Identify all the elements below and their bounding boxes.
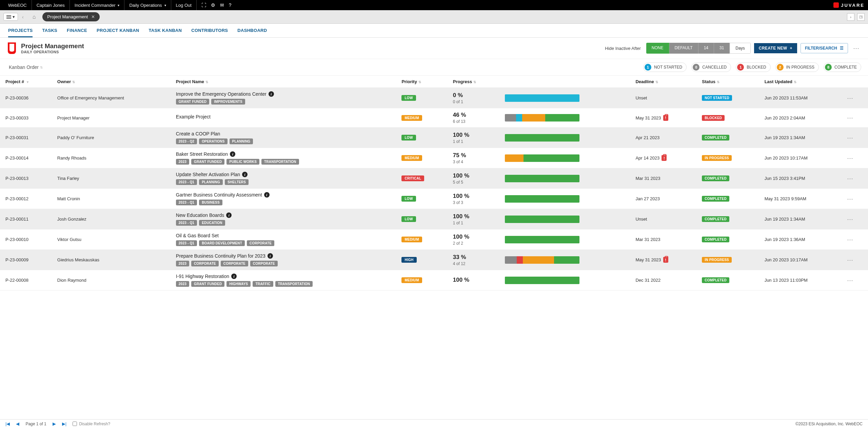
col-deadline[interactable]: Deadline⇅: [630, 76, 696, 88]
cell-updated: Jun 20 2023 11:53AM: [759, 88, 842, 108]
gear-icon[interactable]: ⚙: [211, 2, 215, 8]
popout-icon[interactable]: ◳: [857, 13, 865, 21]
seg-days[interactable]: Days: [730, 43, 750, 54]
tag: GRANT FUNDED: [191, 159, 224, 165]
status-pill[interactable]: 2IN PROGRESS: [775, 62, 819, 72]
nav-forward[interactable]: ›: [847, 13, 854, 21]
nav-back[interactable]: ‹: [20, 14, 26, 20]
menu-button[interactable]: ▾: [3, 13, 18, 21]
tab-project-kanban[interactable]: PROJECT KANBAN: [97, 28, 139, 37]
app-name[interactable]: WebEOC: [3, 0, 32, 10]
context-dropdown[interactable]: Daily Operations: [124, 0, 171, 10]
tag: CORPORATE: [191, 261, 219, 266]
tab-title: Project Management: [47, 14, 88, 19]
table-row[interactable]: P-23-00010 Viktor Gutsu Oil & Gas Board …: [0, 229, 868, 250]
tab-chip[interactable]: Project Management ✕: [42, 12, 100, 21]
user-name[interactable]: Captain Jones: [32, 0, 70, 10]
pill-count: 1: [737, 64, 744, 71]
cell-deadline: May 31 2023!: [630, 108, 696, 128]
cell-updated: Jun 20 2023 10:17AM: [759, 250, 842, 270]
seg-31[interactable]: 31: [714, 43, 730, 54]
cell-actions: ⋯: [842, 209, 868, 229]
col-owner[interactable]: Owner⇅: [52, 76, 171, 88]
table-wrap[interactable]: Project # ▾ Owner⇅ Project Name⇅ Priorit…: [0, 76, 868, 415]
tab-finance[interactable]: FINANCE: [67, 28, 87, 37]
pill-count: 8: [825, 64, 832, 71]
cell-owner: Project Manager: [52, 108, 171, 128]
fullscreen-icon[interactable]: ⛶: [201, 2, 206, 8]
header-more-icon[interactable]: ⋯: [851, 44, 861, 52]
table-row[interactable]: P-23-00012 Matt Cronin Gartner Business …: [0, 189, 868, 209]
status-pill[interactable]: 1BLOCKED: [736, 62, 770, 72]
cell-id: P-23-00011: [0, 209, 52, 229]
logout-link[interactable]: Log Out: [171, 0, 197, 10]
col-project-num[interactable]: Project # ▾: [0, 76, 52, 88]
cell-deadline: Apr 14 2023!: [630, 148, 696, 168]
tab-projects[interactable]: PROJECTS: [8, 28, 33, 37]
table-row[interactable]: P-23-00036 Office of Emergency Managemen…: [0, 88, 868, 108]
inbox-icon[interactable]: ✉: [220, 2, 224, 8]
filter-search-button[interactable]: FILTER/SEARCH☰: [801, 43, 848, 53]
row-more-icon[interactable]: ⋯: [847, 134, 853, 141]
col-status[interactable]: Status⇅: [696, 76, 759, 88]
tab-tasks[interactable]: TASKS: [42, 28, 57, 37]
status-pill[interactable]: 8COMPLETE: [824, 62, 861, 72]
kanban-order[interactable]: Kanban Order⇅: [9, 64, 43, 70]
row-more-icon[interactable]: ⋯: [847, 114, 853, 121]
row-more-icon[interactable]: ⋯: [847, 155, 853, 162]
table-row[interactable]: P-23-00033 Project Manager Example Proje…: [0, 108, 868, 128]
cell-progress: 100 %5 of 5: [448, 168, 499, 189]
row-more-icon[interactable]: ⋯: [847, 257, 853, 263]
info-icon[interactable]: i: [268, 253, 273, 259]
col-progress[interactable]: Progress⇅: [448, 76, 499, 88]
info-icon[interactable]: i: [269, 91, 274, 97]
tab-task-kanban[interactable]: TASK KANBAN: [149, 28, 182, 37]
info-icon[interactable]: i: [264, 192, 270, 198]
home-icon[interactable]: ⌂: [28, 14, 41, 20]
table-row[interactable]: P-23-00011 Josh Gonzalez New Education B…: [0, 209, 868, 229]
table-row[interactable]: P-23-00031 Paddy O' Furniture Create a C…: [0, 128, 868, 148]
status-pill[interactable]: 1NOT STARTED: [643, 62, 687, 72]
row-more-icon[interactable]: ⋯: [847, 216, 853, 223]
table-row[interactable]: P-23-00013 Tina Farley Update Shelter Ac…: [0, 168, 868, 189]
info-icon[interactable]: i: [226, 212, 232, 218]
table-row[interactable]: P-23-00014 Randy Rhoads Baker Street Res…: [0, 148, 868, 168]
cell-priority: LOW: [396, 209, 447, 229]
role-dropdown[interactable]: Incident Commander: [70, 0, 125, 10]
info-icon[interactable]: i: [242, 172, 248, 177]
help-icon[interactable]: ?: [229, 2, 232, 8]
tab-contributors[interactable]: CONTRIBUTORS: [191, 28, 228, 37]
hide-inactive-segments: NONE DEFAULT 14 31 Days: [646, 43, 751, 54]
row-more-icon[interactable]: ⋯: [847, 175, 853, 182]
row-more-icon[interactable]: ⋯: [847, 277, 853, 284]
tag: GRANT FUNDED: [176, 99, 209, 105]
tag: SHELTERS: [225, 179, 249, 185]
tab-dashboard[interactable]: DASHBOARD: [237, 28, 267, 37]
create-new-button[interactable]: CREATE NEW+: [754, 43, 797, 53]
seg-14[interactable]: 14: [698, 43, 714, 54]
seg-none[interactable]: NONE: [646, 43, 669, 54]
col-project-name[interactable]: Project Name⇅: [171, 76, 396, 88]
close-tab-icon[interactable]: ✕: [91, 14, 95, 19]
row-more-icon[interactable]: ⋯: [847, 236, 853, 243]
info-icon[interactable]: i: [230, 151, 235, 157]
cell-id: P-23-00014: [0, 148, 52, 168]
cell-bar: [499, 209, 630, 229]
cell-updated: Jun 15 2023 3:41PM: [759, 168, 842, 189]
row-more-icon[interactable]: ⋯: [847, 196, 853, 202]
priority-badge: HIGH: [401, 257, 416, 263]
col-priority[interactable]: Priority⇅: [396, 76, 447, 88]
cell-id: P-23-00009: [0, 250, 52, 270]
row-more-icon[interactable]: ⋯: [847, 95, 853, 101]
status-pill[interactable]: 0CANCELLED: [691, 62, 731, 72]
col-updated[interactable]: Last Updated⇅: [759, 76, 842, 88]
tag: TRAFFIC: [253, 281, 273, 287]
filter-icon: ☰: [840, 46, 844, 51]
seg-default[interactable]: DEFAULT: [669, 43, 698, 54]
cell-progress: 75 %3 of 4: [448, 148, 499, 168]
table-row[interactable]: P-23-00009 Giedrius Meskauskas Prepare B…: [0, 250, 868, 270]
info-icon[interactable]: i: [231, 274, 237, 279]
table-row[interactable]: P-22-00008 Dion Raymond I-91 Highway Res…: [0, 270, 868, 291]
status-badge: COMPLETED: [702, 135, 729, 141]
cell-priority: HIGH: [396, 250, 447, 270]
